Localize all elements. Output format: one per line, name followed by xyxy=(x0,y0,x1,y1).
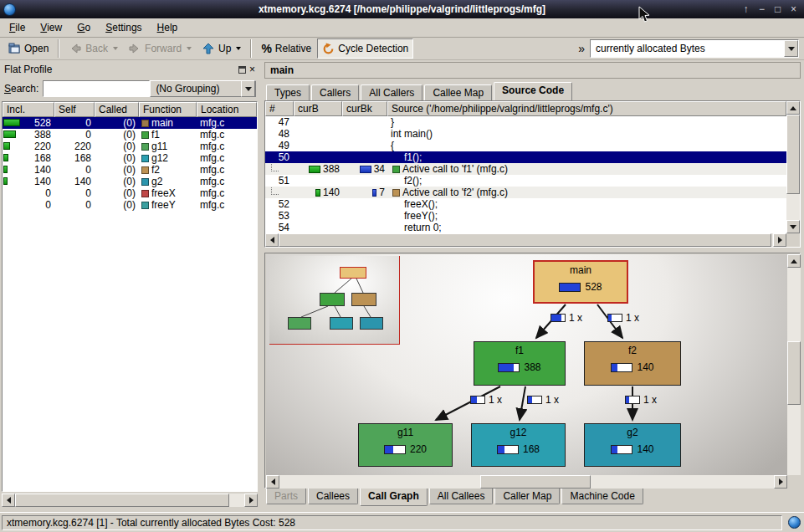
edge-label-f1-g11[interactable]: 1 x xyxy=(470,394,502,406)
source-line-52[interactable]: 52freeX(); xyxy=(265,198,786,210)
combobox-arrow-icon[interactable] xyxy=(784,40,798,57)
source-line-48[interactable]: 48int main() xyxy=(265,128,786,140)
scroll-left-icon[interactable] xyxy=(265,233,279,247)
flat-profile-hscrollbar[interactable] xyxy=(2,494,258,507)
back-dropdown-icon[interactable] xyxy=(113,47,118,50)
active-call-row[interactable]: 1407Active call to 'f2' (mfg.c) xyxy=(265,187,786,198)
graph-node-main[interactable]: main528 xyxy=(533,260,628,304)
source-hscrollbar[interactable] xyxy=(265,233,786,247)
source-line-50[interactable]: 50f1(); xyxy=(265,151,786,163)
scroll-right-icon[interactable] xyxy=(773,233,786,247)
search-input[interactable] xyxy=(43,80,150,97)
tab-callee-map[interactable]: Callee Map xyxy=(424,84,492,100)
graph-node-f2[interactable]: f2140 xyxy=(584,341,681,386)
up-dropdown-icon[interactable] xyxy=(236,47,241,50)
column-header-line[interactable]: # xyxy=(265,101,294,116)
keep-above-icon[interactable]: ↑ xyxy=(738,2,754,17)
source-code-text: return 0; xyxy=(387,222,786,233)
combobox-arrow-icon[interactable] xyxy=(241,80,255,97)
edge-label-f2-g2[interactable]: 1 x xyxy=(625,394,657,406)
flat-profile-row-g12[interactable]: 168168(0)g12mfg.c xyxy=(3,152,257,164)
graph-node-g12[interactable]: g12168 xyxy=(471,423,566,467)
menu-view[interactable]: View xyxy=(33,19,69,36)
flat-profile-row-f1[interactable]: 3880(0)f1mfg.c xyxy=(3,129,257,141)
up-button[interactable]: Up xyxy=(197,38,245,59)
tab-call-graph[interactable]: Call Graph xyxy=(360,489,428,506)
source-line-51[interactable]: 51f2(); xyxy=(265,175,786,187)
flat-profile-row-freeX[interactable]: 00(0)freeXmfg.c xyxy=(3,187,257,199)
tab-caller-map[interactable]: Caller Map xyxy=(494,489,560,504)
graph-vscrollbar[interactable] xyxy=(787,254,801,489)
maximize-icon[interactable]: □ xyxy=(770,2,786,17)
scroll-down-icon[interactable] xyxy=(786,220,800,233)
minimize-icon[interactable]: − xyxy=(754,2,770,17)
tab-all-callees[interactable]: All Callees xyxy=(429,489,494,504)
graph-node-g2[interactable]: g2140 xyxy=(584,423,681,467)
flat-profile-row-freeY[interactable]: 00(0)freeYmfg.c xyxy=(3,199,257,211)
graph-node-g11[interactable]: g11220 xyxy=(358,423,453,467)
flat-profile-row-g11[interactable]: 220220(0)g11mfg.c xyxy=(3,141,257,152)
forward-dropdown-icon[interactable] xyxy=(187,47,192,50)
event-type-combobox[interactable]: currently allocated Bytes xyxy=(590,39,799,58)
scroll-thumb[interactable] xyxy=(279,233,771,247)
source-line-54[interactable]: 54return 0; xyxy=(265,222,786,233)
source-line-53[interactable]: 53freeY(); xyxy=(265,210,786,222)
column-header-curb[interactable]: curB xyxy=(294,101,342,116)
back-button[interactable]: Back xyxy=(64,38,122,59)
tab-callees[interactable]: Callees xyxy=(308,489,358,504)
tab-source-code[interactable]: Source Code xyxy=(494,82,572,100)
scroll-up-icon[interactable] xyxy=(786,101,800,115)
edge-label-main-f2[interactable]: 1 x xyxy=(607,312,639,324)
scroll-right-icon[interactable] xyxy=(244,494,258,507)
cycle-detection-toggle-button[interactable]: Cycle Detection xyxy=(317,38,413,59)
column-header-location[interactable]: Location xyxy=(197,102,257,117)
flat-profile-row-main[interactable]: 5280(0)mainmfg.c xyxy=(3,117,257,129)
menu-go[interactable]: Go xyxy=(69,19,98,36)
open-button[interactable]: Open xyxy=(3,38,53,59)
graph-node-f1[interactable]: f1388 xyxy=(474,341,566,386)
status-bar: xtmemory.kcg.6274 [1] - Total currently … xyxy=(0,512,804,532)
edge-label-main-f1[interactable]: 1 x xyxy=(551,312,582,324)
column-header-called[interactable]: Called xyxy=(95,102,139,117)
graph-hscrollbar[interactable] xyxy=(266,475,787,489)
source-line-47[interactable]: 47} xyxy=(265,116,786,128)
flat-profile-row-f2[interactable]: 1400(0)f2mfg.c xyxy=(3,164,257,176)
menu-settings[interactable]: Settings xyxy=(98,19,149,36)
column-header-source[interactable]: Source ('/home/philippe/valgrind/littlep… xyxy=(387,101,786,116)
close-icon[interactable]: × xyxy=(786,2,801,17)
edge-cost-bar xyxy=(470,396,485,404)
edge-label-f1-g12[interactable]: 1 x xyxy=(527,394,559,406)
scroll-thumb[interactable] xyxy=(15,494,229,507)
menu-help[interactable]: Help xyxy=(150,19,186,36)
graph-overview-map[interactable] xyxy=(269,256,400,345)
forward-button[interactable]: Forward xyxy=(124,38,196,59)
tab-parts[interactable]: Parts xyxy=(266,489,306,504)
scroll-left-icon[interactable] xyxy=(266,475,279,489)
active-call-row[interactable]: 38834Active call to 'f1' (mfg.c) xyxy=(265,163,786,175)
relative-toggle-button[interactable]: % Relative xyxy=(257,38,315,59)
menu-file[interactable]: File xyxy=(2,19,33,36)
cycle-icon xyxy=(322,43,335,55)
scroll-thumb[interactable] xyxy=(480,475,591,489)
tab-types[interactable]: Types xyxy=(266,84,310,100)
tab-machine-code[interactable]: Machine Code xyxy=(561,489,643,504)
toolbar-overflow-button[interactable]: » xyxy=(575,42,588,55)
float-dock-icon[interactable] xyxy=(238,66,246,74)
source-vscrollbar[interactable] xyxy=(786,101,800,233)
column-header-curbk[interactable]: curBk xyxy=(342,101,387,116)
column-header-incl[interactable]: Incl. xyxy=(3,102,54,117)
scroll-thumb[interactable] xyxy=(787,341,801,405)
column-header-function[interactable]: Function xyxy=(139,102,197,117)
source-line-49[interactable]: 49{ xyxy=(265,140,786,151)
tab-all-callers[interactable]: All Callers xyxy=(361,84,422,100)
scroll-up-icon[interactable] xyxy=(787,254,801,268)
tab-callers[interactable]: Callers xyxy=(311,84,359,100)
flat-profile-row-g2[interactable]: 140140(0)g2mfg.c xyxy=(3,176,257,187)
scroll-thumb[interactable] xyxy=(786,115,800,194)
close-dock-icon[interactable]: × xyxy=(249,65,255,74)
call-graph-canvas[interactable]: main528f1388f2140g11220g12168g2140 1 x1 … xyxy=(266,254,787,475)
column-header-self[interactable]: Self xyxy=(54,102,95,117)
scroll-left-icon[interactable] xyxy=(2,494,15,507)
grouping-combobox[interactable]: (No Grouping) xyxy=(150,80,256,97)
scroll-right-icon[interactable] xyxy=(774,475,787,489)
